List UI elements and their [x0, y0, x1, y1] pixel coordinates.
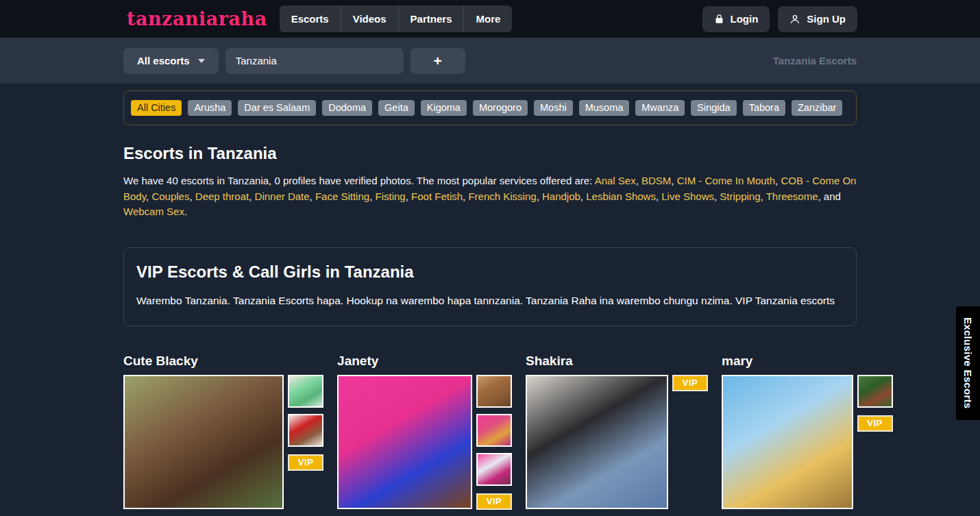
escort-card-cute-blacky: Cute BlackyVIPPhone: +255 675250341This … [123, 354, 323, 516]
service-link-couples[interactable]: Couples [151, 191, 189, 202]
escort-card-grid: Cute BlackyVIPPhone: +255 675250341This … [123, 354, 857, 516]
escort-thumbnail[interactable] [476, 453, 512, 486]
escort-photo[interactable] [337, 375, 472, 509]
separator: , [671, 175, 676, 186]
intro-paragraph: We have 40 escorts in Tanzania, 0 profil… [123, 173, 857, 220]
escort-thumbnail[interactable] [288, 375, 323, 408]
escort-card-janety: JanetyVIPPhone: +255 756494985Link up wi… [337, 354, 512, 516]
page-title: Escorts in Tanzania [123, 144, 857, 163]
city-chip-mwanza[interactable]: Mwanza [635, 100, 685, 116]
card-media: VIP [123, 375, 323, 509]
add-search-button[interactable]: + [411, 48, 465, 74]
service-link-live-shows[interactable]: Live Shows [661, 191, 714, 202]
service-link-french-kissing[interactable]: French Kissing [468, 191, 536, 202]
card-side-column: VIP [288, 375, 323, 509]
city-filter-bar: All CitiesArushaDar es SalaamDodomaGeita… [123, 90, 857, 125]
login-button[interactable]: Login [702, 6, 770, 32]
escort-photo[interactable] [526, 375, 668, 509]
vip-section-description: Warembo Tanzania. Tanzania Escorts hapa.… [136, 295, 844, 307]
escort-thumbnail[interactable] [476, 414, 512, 447]
service-link-webcam-sex[interactable]: Webcam Sex [123, 206, 184, 217]
city-chip-arusha[interactable]: Arusha [188, 100, 232, 116]
exclusive-escorts-tab[interactable]: Exclusive Escorts [956, 306, 980, 420]
login-label: Login [731, 13, 759, 25]
period: . [184, 206, 187, 217]
separator: , [580, 191, 586, 202]
escort-photo[interactable] [123, 375, 284, 509]
person-icon [789, 14, 800, 25]
nav-item-escorts[interactable]: Escorts [280, 5, 341, 32]
city-chip-all-cities[interactable]: All Cities [131, 100, 182, 116]
service-link-anal-sex[interactable]: Anal Sex [595, 175, 636, 186]
service-link-lesbian-shows[interactable]: Lesbian Shows [586, 191, 656, 202]
card-media: VIP [337, 375, 512, 509]
chevron-down-icon [198, 59, 205, 63]
city-chip-morogoro[interactable]: Morogoro [473, 100, 528, 116]
intro-text: We have 40 escorts in Tanzania, 0 profil… [123, 175, 595, 186]
card-side-column: VIP [857, 375, 893, 509]
location-input[interactable] [225, 48, 404, 74]
city-chip-moshi[interactable]: Moshi [534, 100, 573, 116]
vip-badge: VIP [476, 493, 512, 510]
escort-name[interactable]: Janety [337, 354, 512, 369]
search-band: All escorts + Tanzania Escorts [0, 38, 980, 84]
service-link-threesome[interactable]: Threesome [766, 191, 818, 202]
service-link-stripping[interactable]: Stripping [720, 191, 760, 202]
separator: , [761, 191, 766, 202]
site-logo[interactable]: tanzaniaraha [127, 8, 267, 29]
city-chip-tabora[interactable]: Tabora [743, 100, 785, 116]
service-link-deep-throat[interactable]: Deep throat [195, 191, 249, 202]
escort-name[interactable]: Shakira [526, 354, 708, 369]
card-media: VIP [722, 375, 893, 509]
separator: , [818, 191, 824, 202]
escort-thumbnail[interactable] [288, 414, 323, 447]
nav-item-videos[interactable]: Videos [341, 5, 398, 32]
signup-button[interactable]: Sign Up [778, 6, 857, 32]
escort-card-mary: maryVIPPhone: +255 712600374Meet mary, a… [722, 354, 893, 516]
service-link-handjob[interactable]: Handjob [542, 191, 580, 202]
conjunction: and [824, 191, 841, 202]
service-link-face-sitting[interactable]: Face Sitting [315, 191, 369, 202]
nav-item-partners[interactable]: Partners [398, 5, 464, 32]
main-content: All CitiesArushaDar es SalaamDodomaGeita… [123, 90, 857, 516]
nav-item-more[interactable]: More [463, 5, 512, 32]
top-header: tanzaniaraha EscortsVideosPartnersMore L… [0, 0, 980, 38]
service-link-foot-fetish[interactable]: Foot Fetish [411, 191, 463, 202]
escort-name[interactable]: Cute Blacky [123, 354, 323, 369]
category-select-label: All escorts [137, 55, 190, 66]
city-chip-dar-es-salaam[interactable]: Dar es Salaam [238, 100, 316, 116]
city-chip-kigoma[interactable]: Kigoma [421, 100, 467, 116]
separator: , [369, 191, 375, 202]
separator: , [537, 191, 542, 202]
separator: , [636, 175, 641, 186]
auth-buttons: Login Sign Up [702, 6, 858, 32]
city-chip-geita[interactable]: Geita [378, 100, 415, 116]
escort-thumbnail[interactable] [476, 375, 512, 408]
vip-badge: VIP [672, 375, 708, 391]
service-link-bdsm[interactable]: BDSM [641, 175, 671, 186]
city-chip-dodoma[interactable]: Dodoma [322, 100, 372, 116]
category-select[interactable]: All escorts [123, 48, 219, 74]
signup-label: Sign Up [807, 13, 846, 25]
escort-thumbnail[interactable] [857, 375, 893, 408]
card-side-column: VIP [672, 375, 708, 509]
service-link-cim-come-in-mouth[interactable]: CIM - Come In Mouth [677, 175, 775, 186]
service-link-fisting[interactable]: Fisting [376, 191, 406, 202]
vip-badge: VIP [288, 454, 323, 471]
card-media: VIP [526, 375, 708, 509]
card-side-column: VIP [476, 375, 512, 509]
service-link-dinner-date[interactable]: Dinner Date [255, 191, 310, 202]
main-nav: EscortsVideosPartnersMore [280, 5, 513, 32]
separator: , [310, 191, 315, 202]
city-chip-musoma[interactable]: Musoma [579, 100, 630, 116]
escort-name[interactable]: mary [722, 354, 893, 369]
separator: , [406, 191, 411, 202]
escort-photo[interactable] [722, 375, 853, 509]
separator: , [249, 191, 254, 202]
vip-badge: VIP [857, 415, 893, 432]
city-chip-singida[interactable]: Singida [691, 100, 736, 116]
city-chip-zanzibar[interactable]: Zanzibar [792, 100, 842, 116]
lock-icon [714, 14, 724, 24]
vip-section-title: VIP Escorts & Call Girls in Tanzania [136, 262, 844, 282]
separator: , [189, 191, 195, 202]
